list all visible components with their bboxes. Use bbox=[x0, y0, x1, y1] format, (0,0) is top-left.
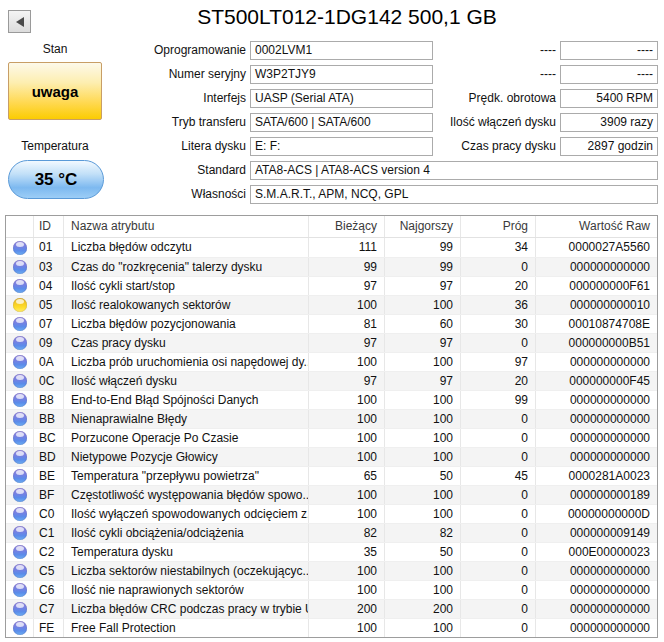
attr-raw: 000000000000 bbox=[536, 258, 657, 276]
table-row[interactable]: B8 End-to-End Błąd Spójności Danych 100 … bbox=[6, 390, 657, 409]
attr-name: Temperatura "przepływu powietrza" bbox=[64, 467, 309, 485]
table-row[interactable]: 07 Liczba błędów pozycjonowania 81 60 30… bbox=[6, 314, 657, 333]
attr-current: 97 bbox=[309, 277, 385, 295]
attr-id: B8 bbox=[34, 391, 64, 409]
status-orb-icon bbox=[13, 317, 27, 331]
table-row[interactable]: 05 Ilość realokowanych sektorów 100 100 … bbox=[6, 295, 657, 314]
status-orb-icon bbox=[13, 564, 27, 578]
table-row[interactable]: 04 Ilość cykli start/stop 97 97 20 00000… bbox=[6, 276, 657, 295]
power-on-hours-value: 2897 godzin bbox=[560, 137, 658, 156]
attr-raw: 000000000000 bbox=[536, 562, 657, 580]
attr-current: 99 bbox=[309, 258, 385, 276]
attr-raw: 000000000000 bbox=[536, 353, 657, 371]
attr-threshold: 0 bbox=[461, 581, 536, 599]
attr-current: 100 bbox=[309, 429, 385, 447]
table-rows: 01 Liczba błędów odczytu 111 99 34 00000… bbox=[6, 238, 657, 637]
attr-threshold: 0 bbox=[461, 429, 536, 447]
status-cell bbox=[6, 277, 34, 295]
dash-field-1-value: ---- bbox=[560, 41, 658, 60]
table-row[interactable]: 09 Czas pracy dysku 97 97 0 000000000B51 bbox=[6, 333, 657, 352]
header-worst[interactable]: Najgorszy bbox=[385, 216, 461, 237]
status-cell bbox=[6, 486, 34, 504]
status-cell bbox=[6, 334, 34, 352]
attr-name: Temperatura dysku bbox=[64, 543, 309, 561]
header-threshold[interactable]: Próg bbox=[461, 216, 536, 237]
attr-threshold: 0 bbox=[461, 486, 536, 504]
attr-id: 0C bbox=[34, 372, 64, 390]
attr-worst: 82 bbox=[385, 524, 461, 542]
attr-current: 100 bbox=[309, 296, 385, 314]
attr-name: Częstotliwość występowania błędów spowo.… bbox=[64, 486, 309, 504]
header-raw-value[interactable]: Wartość Raw bbox=[536, 216, 657, 237]
attr-threshold: 0 bbox=[461, 334, 536, 352]
status-cell bbox=[6, 372, 34, 390]
attr-name: Liczba błędów CRC podczas pracy w trybie… bbox=[64, 600, 309, 618]
attr-threshold: 30 bbox=[461, 315, 536, 333]
table-row[interactable]: C7 Liczba błędów CRC podczas pracy w try… bbox=[6, 599, 657, 618]
table-row[interactable]: BE Temperatura "przepływu powietrza" 65 … bbox=[6, 466, 657, 485]
table-row[interactable]: 03 Czas do "rozkręcenia" talerzy dysku 9… bbox=[6, 257, 657, 276]
attr-raw: 000000000000 bbox=[536, 391, 657, 409]
attr-current: 100 bbox=[309, 581, 385, 599]
attr-worst: 50 bbox=[385, 467, 461, 485]
attr-worst: 100 bbox=[385, 391, 461, 409]
table-row[interactable]: BF Częstotliwość występowania błędów spo… bbox=[6, 485, 657, 504]
back-button[interactable] bbox=[8, 10, 31, 33]
attr-worst: 99 bbox=[385, 258, 461, 276]
attr-threshold: 0 bbox=[461, 619, 536, 637]
status-orb-icon bbox=[13, 450, 27, 464]
attr-name: Ilość realokowanych sektorów bbox=[64, 296, 309, 314]
attr-name: Porzucone Operacje Po Czasie bbox=[64, 429, 309, 447]
attr-current: 100 bbox=[309, 448, 385, 466]
attr-threshold: 97 bbox=[461, 353, 536, 371]
attr-raw: 000000000000 bbox=[536, 429, 657, 447]
attr-worst: 100 bbox=[385, 581, 461, 599]
table-row[interactable]: 0A Liczba prób uruchomienia osi napędowe… bbox=[6, 352, 657, 371]
attr-threshold: 34 bbox=[461, 238, 536, 257]
table-row[interactable]: C1 Ilość cykli obciążenia/odciążenia 82 … bbox=[6, 523, 657, 542]
table-row[interactable]: C0 Ilość wyłączeń spowodowanych odcięcie… bbox=[6, 504, 657, 523]
standard-value: ATA8-ACS | ATA8-ACS version 4 bbox=[250, 161, 658, 180]
table-row[interactable]: 01 Liczba błędów odczytu 111 99 34 00000… bbox=[6, 238, 657, 257]
attr-current: 97 bbox=[309, 334, 385, 352]
table-row[interactable]: BB Nienaprawialne Błędy 100 100 0 000000… bbox=[6, 409, 657, 428]
attr-threshold: 0 bbox=[461, 543, 536, 561]
dash-field-1-label: ---- bbox=[436, 41, 556, 60]
table-row[interactable]: C6 Ilość nie naprawionych sektorów 100 1… bbox=[6, 580, 657, 599]
attr-name: Nietypowe Pozycje Głowicy bbox=[64, 448, 309, 466]
table-row[interactable]: BD Nietypowe Pozycje Głowicy 100 100 0 0… bbox=[6, 447, 657, 466]
header-id[interactable]: ID bbox=[34, 216, 64, 237]
features-value: S.M.A.R.T., APM, NCQ, GPL bbox=[250, 185, 658, 204]
standard-label: Standard bbox=[0, 161, 246, 180]
table-row[interactable]: 0C Ilość włączeń dysku 97 97 20 00000000… bbox=[6, 371, 657, 390]
status-orb-icon bbox=[13, 507, 27, 521]
status-orb-icon bbox=[13, 336, 27, 350]
table-row[interactable]: BC Porzucone Operacje Po Czasie 100 100 … bbox=[6, 428, 657, 447]
table-row[interactable]: C5 Liczba sektorów niestabilnych (oczeku… bbox=[6, 561, 657, 580]
attr-threshold: 0 bbox=[461, 448, 536, 466]
header-current[interactable]: Bieżący bbox=[309, 216, 385, 237]
features-label: Własności bbox=[0, 185, 246, 204]
status-orb-icon bbox=[13, 298, 27, 312]
table-row[interactable]: C2 Temperatura dysku 35 50 0 000E0000002… bbox=[6, 542, 657, 561]
status-cell bbox=[6, 391, 34, 409]
attr-raw: 0000027A5560 bbox=[536, 238, 657, 257]
crystaldiskinfo-window: ST500LT012-1DG142 500,1 GB Stan uwaga Te… bbox=[0, 0, 664, 642]
attr-name: Nienaprawialne Błędy bbox=[64, 410, 309, 428]
attr-id: C2 bbox=[34, 543, 64, 561]
header-attribute-name[interactable]: Nazwa atrybutu bbox=[64, 216, 309, 237]
table-row[interactable]: FE Free Fall Protection 100 100 0 000000… bbox=[6, 618, 657, 637]
header-status[interactable] bbox=[6, 216, 34, 237]
attr-name: Free Fall Protection bbox=[64, 619, 309, 637]
attr-raw: 000000000000 bbox=[536, 581, 657, 599]
attr-worst: 100 bbox=[385, 429, 461, 447]
status-cell bbox=[6, 353, 34, 371]
attr-current: 100 bbox=[309, 505, 385, 523]
attr-name: Ilość włączeń dysku bbox=[64, 372, 309, 390]
attr-worst: 100 bbox=[385, 353, 461, 371]
attr-name: Liczba błędów odczytu bbox=[64, 238, 309, 257]
status-orb-icon bbox=[13, 260, 27, 274]
attr-raw: 00000000000D bbox=[536, 505, 657, 523]
attr-id: BB bbox=[34, 410, 64, 428]
power-on-hours-label: Czas pracy dysku bbox=[436, 137, 556, 156]
